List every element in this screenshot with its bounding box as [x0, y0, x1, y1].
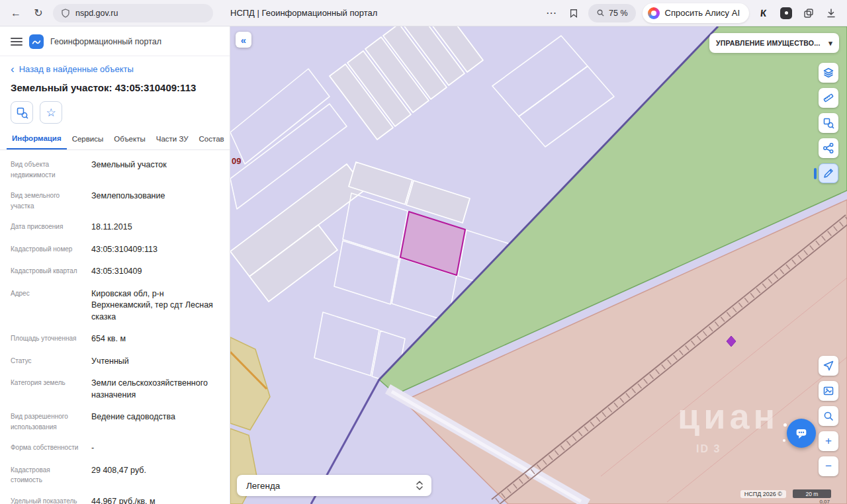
layers-icon — [823, 67, 834, 79]
object-title: Земельный участок: 43:05:310409:113 — [0, 74, 230, 93]
cadastral-map[interactable]: 09 циан ID 3 — [230, 26, 847, 504]
identify-button[interactable] — [819, 113, 838, 133]
pencil-icon — [823, 167, 834, 179]
k-service-icon: К — [760, 7, 768, 19]
minus-icon: − — [825, 460, 832, 473]
url-text: nspd.gov.ru — [75, 9, 118, 18]
field-value: 43:05:310409:113 — [91, 244, 219, 256]
tab-services[interactable]: Сервисы — [67, 130, 109, 149]
field-label: Вид разрешенного использования — [11, 411, 79, 432]
map-toolbar-top — [819, 63, 838, 183]
download-button[interactable] — [823, 5, 839, 21]
field-row: Площадь уточненная654 кв. м — [11, 328, 219, 351]
field-value: Учтенный — [91, 356, 219, 368]
favorite-button[interactable]: ☆ — [40, 101, 62, 124]
field-label: Дата присвоения — [11, 222, 79, 233]
zoom-in-button[interactable]: + — [819, 431, 838, 451]
tab-bar: Информация Сервисы Объекты Части ЗУ Сост… — [0, 126, 230, 150]
field-label: Площадь уточненная — [11, 333, 79, 345]
browser-toolbar: ← ↻ nspd.gov.ru НСПД | Геоинформационный… — [0, 0, 847, 26]
sidebar-collapse-button[interactable]: « — [236, 32, 251, 48]
field-row: Категория земельЗемли сельскохозяйственн… — [11, 372, 219, 406]
tab-objects[interactable]: Объекты — [109, 130, 150, 149]
share-icon — [823, 142, 834, 154]
menu-button[interactable] — [11, 38, 22, 46]
field-value: 43:05:310409 — [91, 266, 219, 278]
layers-button[interactable] — [819, 63, 838, 83]
more-menu-button[interactable]: ⋯ — [543, 5, 559, 21]
object-search-icon — [823, 117, 834, 129]
legend-toggle[interactable]: Легенда — [237, 475, 431, 496]
alice-icon — [648, 7, 660, 19]
measure-button[interactable] — [819, 88, 838, 108]
field-label: Кадастровая стоимость — [11, 465, 79, 485]
field-value: Ведение садоводства — [91, 411, 219, 432]
ruler-icon — [823, 92, 834, 104]
field-label: Статус — [11, 356, 79, 368]
show-on-map-button[interactable] — [11, 101, 33, 124]
field-label: Форма собственности — [11, 442, 79, 454]
share-button[interactable] — [819, 138, 838, 158]
download-icon — [826, 8, 836, 19]
field-row: Вид объекта недвижимостиЗемельный участо… — [11, 154, 219, 185]
messenger-icon — [780, 7, 792, 19]
tab-parts[interactable]: Части ЗУ — [151, 130, 194, 149]
chat-support-button[interactable] — [787, 419, 816, 448]
zoom-out-button[interactable]: − — [819, 456, 838, 476]
alice-label: Спросить Алису AI — [665, 8, 740, 18]
messenger-button[interactable] — [778, 5, 794, 21]
tab-information[interactable]: Информация — [7, 129, 67, 149]
search-icon — [596, 9, 605, 17]
locate-button[interactable] — [819, 356, 838, 376]
image-icon — [823, 385, 834, 397]
collections-icon — [803, 8, 814, 19]
field-row: Кадастровый номер43:05:310409:113 — [11, 239, 219, 261]
scale-sub-label: 0,07 — [819, 499, 830, 504]
field-row: СтатусУчтенный — [11, 351, 219, 373]
sort-chevrons-icon — [416, 480, 424, 491]
service-k-button[interactable]: К — [756, 5, 772, 21]
field-row: Кадастровый квартал43:05:310409 — [11, 261, 219, 283]
quarter-number-label: 09 — [232, 156, 241, 166]
attributes-list: Вид объекта недвижимостиЗемельный участо… — [0, 150, 230, 504]
scale-bar: 20 m — [793, 489, 831, 498]
chevron-left-icon: ‹ — [11, 66, 15, 73]
collapse-icon: « — [241, 34, 246, 46]
magnifier-icon — [823, 410, 834, 422]
star-icon: ☆ — [46, 106, 56, 120]
field-value: 44,967 руб./кв. м — [91, 496, 219, 504]
site-security-icon — [61, 9, 70, 18]
field-value: 29 408,47 руб. — [91, 465, 219, 485]
back-to-results-link[interactable]: ‹ Назад в найденные объекты — [0, 56, 230, 74]
map-canvas[interactable]: 09 циан ID 3 « УПРАВЛЕНИЕ ИМУЩЕСТВО... ▾ — [230, 26, 847, 504]
portal-title: Геоинформационный портал — [50, 37, 161, 46]
tab-composition[interactable]: Состав — [194, 130, 230, 149]
plus-icon: + — [825, 435, 832, 448]
collections-button[interactable] — [801, 5, 817, 21]
chat-icon — [794, 426, 809, 441]
refresh-icon: ↻ — [34, 7, 42, 19]
dots-icon: ⋯ — [546, 7, 557, 19]
address-bar[interactable]: nspd.gov.ru — [53, 4, 213, 22]
field-label: Адрес — [11, 288, 79, 323]
object-search-icon — [16, 106, 28, 119]
watermark-sub-text: ID 3 — [696, 443, 721, 454]
map-search-button[interactable] — [819, 406, 838, 426]
map-toolbar-bottom: + − — [819, 356, 838, 476]
browser-back-button[interactable]: ← — [8, 5, 24, 21]
layer-theme-dropdown[interactable]: УПРАВЛЕНИЕ ИМУЩЕСТВО... ▾ — [709, 33, 839, 53]
map-attribution: НСПД 2026 © — [740, 490, 786, 498]
bookmark-button[interactable] — [566, 5, 582, 21]
zoom-value: 75 % — [609, 9, 628, 18]
navigation-arrow-icon — [823, 360, 834, 372]
back-arrow-icon: ← — [11, 7, 21, 19]
field-value: Землепользование — [91, 190, 219, 211]
basemap-button[interactable] — [819, 381, 838, 401]
field-label: Категория земель — [11, 378, 79, 401]
alice-button[interactable]: Спросить Алису AI — [643, 3, 749, 23]
field-row: Кадастровая стоимость29 408,47 руб. — [11, 460, 219, 491]
browser-refresh-button[interactable]: ↻ — [30, 5, 46, 21]
zoom-control[interactable]: 75 % — [588, 4, 636, 22]
field-value: Земли сельскохозяйственного назначения — [91, 378, 219, 401]
draw-button[interactable] — [819, 163, 838, 183]
